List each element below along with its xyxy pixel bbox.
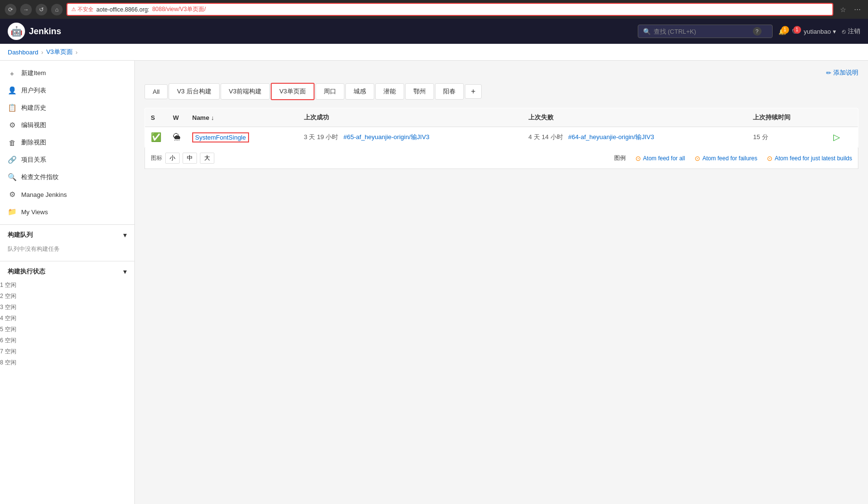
icon-size-controls: 图标 小 中 大 [151,153,214,164]
logout-button[interactable]: ⎋ 注销 [842,27,860,36]
gear-icon: ⚙ [8,190,16,199]
executor-1: 1 空闲 [0,280,134,291]
executor-7: 7 空闲 [0,346,134,357]
browser-chrome: ⟳ → ↺ ⌂ ⚠ 不安全 aote-office.8866.org:8088/… [0,0,868,19]
sidebar-item-build-history[interactable]: 📋 构建历史 [0,99,134,116]
sidebar-item-manage-jenkins[interactable]: ⚙ Manage Jenkins [0,186,134,203]
actions-cell: ▷ [828,127,858,148]
icon-size-large-btn[interactable]: 大 [200,153,214,164]
shield-badge[interactable]: 🛡 1 [792,28,798,35]
legend-label: 图例 [614,154,626,162]
tab-all[interactable]: All [145,84,168,99]
topbar-right: 🔔 1 🛡 1 yutianbao ▾ ⎋ 注销 [778,27,860,36]
build-queue-section: 构建队列 ▾ 队列中没有构建任务 [0,224,134,257]
browser-right-icons: ☆ ⋯ [837,4,863,15]
atom-feed-failures-link[interactable]: ⊙ Atom feed for failures [695,155,757,162]
browser-home-btn[interactable]: ⌂ [51,4,63,15]
success-time-cell: 3 天 19 小时 #65-af_heyuanjie-origin/输JIV3 [298,127,523,148]
tab-chengan[interactable]: 城感 [345,83,374,100]
user-menu[interactable]: yutianbao ▾ [804,28,836,35]
build-now-icon[interactable]: ▷ [833,132,840,142]
trash-icon: 🗑 [8,139,16,147]
build-queue-header[interactable]: 构建队列 ▾ [0,227,134,243]
table-footer: 图标 小 中 大 图例 ⊙ Atom feed for all ⊙ Atom f… [145,148,858,169]
breadcrumb-dashboard[interactable]: Dashboard [8,49,39,56]
add-description-button[interactable]: ✏ 添加说明 [826,68,858,77]
browser-forward-btn[interactable]: → [20,4,32,15]
tab-v3-backend[interactable]: V3 后台构建 [169,83,220,100]
success-build-link[interactable]: #65-af_heyuanjie-origin/输JIV3 [343,133,430,141]
icon-size-small-btn[interactable]: 小 [165,153,180,164]
search-help-btn[interactable]: ? [753,27,762,36]
main-content: ✏ 添加说明 All V3 后台构建 V3前端构建 V3单页面 周口 城感 潜能… [135,61,868,504]
col-header-s: S [145,108,168,127]
browser-refresh-btn[interactable]: ↺ [36,4,47,15]
browser-address-bar[interactable]: ⚠ 不安全 aote-office.8866.org:8088/view/V3单… [66,3,833,16]
executor-2: 2 空闲 [0,291,134,302]
link-icon: 🔗 [8,155,16,164]
build-executor-list: 1 空闲 2 空闲 3 空闲 4 空闲 5 空闲 6 空闲 7 空闲 8 空闲 [0,280,134,368]
chevron-down-icon: ▾ [123,232,127,239]
tab-ezhou[interactable]: 鄂州 [405,83,434,100]
atom-feed-all-link[interactable]: ⊙ Atom feed for all [635,155,685,162]
build-executor-header[interactable]: 构建执行状态 ▾ [0,263,134,280]
feed-links: ⊙ Atom feed for all ⊙ Atom feed for fail… [635,155,852,162]
chevron-down-executor-icon: ▾ [123,268,127,275]
sidebar-item-users[interactable]: 👤 用户列表 [0,82,134,99]
jenkins-search-bar[interactable]: 🔍 ? [638,25,773,38]
sidebar-item-delete-view[interactable]: 🗑 删除视图 [0,134,134,151]
rss-icon-failures: ⊙ [695,155,700,162]
sidebar-item-new[interactable]: + 新建Item [0,65,134,82]
notification-badge: 1 [781,26,789,34]
jenkins-logo-text: Jenkins [29,26,61,37]
security-warning: ⚠ 不安全 [71,6,93,13]
rss-icon-latest: ⊙ [767,155,773,162]
browser-menu-btn[interactable]: ⋯ [852,4,863,15]
executor-3: 3 空闲 [0,302,134,313]
build-queue-content: 队列中没有构建任务 [0,243,134,257]
sidebar-item-fingerprint[interactable]: 🔍 检查文件指纹 [0,168,134,186]
sidebar-item-project-relations[interactable]: 🔗 项目关系 [0,151,134,168]
tab-zhoukou[interactable]: 周口 [316,83,344,100]
failure-build-link[interactable]: #64-af_heyuanjie-origin/输JIV3 [568,133,654,141]
job-link[interactable]: SystemFontSingle [192,132,249,142]
atom-feed-latest-link[interactable]: ⊙ Atom feed for just latest builds [767,155,852,162]
col-header-last-duration: 上次持续时间 [747,108,828,127]
search-input[interactable] [654,28,750,35]
status-success-icon: ✅ [151,132,161,142]
sidebar-item-my-views[interactable]: 📁 My Views [0,203,134,220]
icon-size-medium-btn[interactable]: 中 [183,153,197,164]
failure-time: 4 天 14 小时 [528,133,563,141]
username-text: yutianbao [804,28,831,35]
jenkins-logo-icon: 🤖 [8,23,25,40]
pencil-icon: ✏ [826,69,831,77]
sidebar-item-edit-view[interactable]: ⚙ 编辑视图 [0,116,134,134]
tab-v3-frontend[interactable]: V3前端构建 [221,83,270,100]
jobs-table: S W Name ↓ 上次成功 上次失败 上次持续时间 ✅ [145,108,858,148]
executor-5: 5 空闲 [0,324,134,335]
history-icon: 📋 [8,103,16,112]
browser-star-btn[interactable]: ☆ [837,4,849,15]
search-icon: 🔍 [643,28,651,35]
tab-qianneng[interactable]: 潜能 [375,83,404,100]
jenkins-logo[interactable]: 🤖 Jenkins [8,23,61,40]
col-header-name[interactable]: Name ↓ [186,108,298,127]
breadcrumb-v3[interactable]: V3单页面 [46,48,73,56]
sort-arrow-icon: ↓ [211,114,214,121]
url-base: aote-office.8866.org: [96,6,149,13]
notification-bell[interactable]: 🔔 1 [778,28,786,35]
tab-v3-single[interactable]: V3单页面 [271,83,315,100]
plus-icon: + [8,69,16,78]
folder-icon: 📁 [8,207,16,216]
col-header-w: W [167,108,186,127]
logout-icon: ⎋ [842,28,846,35]
weather-cell: 🌦 [167,127,186,148]
tab-add[interactable]: + [465,84,482,99]
browser-back-btn[interactable]: ⟳ [5,4,16,15]
breadcrumb: Dashboard › V3单页面 › [0,44,868,61]
shield-badge-num: 1 [793,26,801,34]
weather-icon: 🌦 [173,133,181,141]
user-chevron-icon: ▾ [833,28,836,35]
tab-yangchun[interactable]: 阳春 [435,83,464,100]
executor-8: 8 空闲 [0,357,134,368]
